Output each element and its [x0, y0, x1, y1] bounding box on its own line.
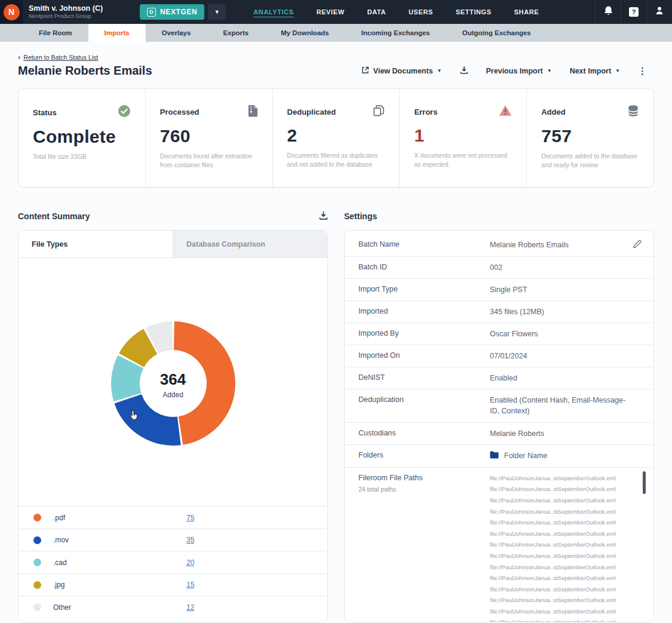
tab-file-room[interactable]: File Room: [23, 24, 88, 42]
settings-label: Imported: [345, 306, 490, 317]
page-title: Melanie Roberts Emails: [18, 64, 152, 78]
account-button[interactable]: [646, 0, 672, 24]
file-room-tab-bar: File RoomImportsOverlaysExportsMy Downlo…: [0, 24, 672, 42]
settings-value: Melanie Roberts: [490, 428, 544, 439]
settings-value: Oscar Flowers: [490, 329, 538, 339]
file-path: file://PaulJohnsonJanua..stSeptemberOutl…: [490, 573, 642, 584]
tab-my-downloads[interactable]: My Downloads: [265, 24, 345, 42]
stat-label: Status: [33, 108, 57, 117]
tab-exports[interactable]: Exports: [207, 24, 265, 42]
file-path: file://PaulJohnsonJanua..stSeptemberOutl…: [490, 539, 642, 551]
stat-label: Deduplicated: [287, 108, 336, 116]
copy-icon: [373, 105, 385, 119]
action-bar: View Documents ▼ Previous Import ▼ Next …: [361, 66, 654, 76]
folder-icon: [490, 451, 499, 462]
stat-description: Documents added to the database and read…: [541, 152, 639, 169]
legend-label: Other: [53, 603, 71, 612]
stat-value: Complete: [33, 127, 131, 147]
legend-row-Other: Other12: [19, 596, 327, 618]
donut-slice-pdf[interactable]: [173, 321, 235, 445]
topnav-settings[interactable]: SETTINGS: [456, 8, 492, 16]
legend-row-cad: .cad20: [19, 551, 327, 573]
settings-label: Batch ID: [345, 262, 490, 273]
tab-outgoing-exchanges[interactable]: Outgoing Exchanges: [446, 24, 547, 42]
file-types-legend: .pdf75.mov35.cad20.jpg15Other12: [19, 506, 327, 618]
file-path: file://PaulJohnsonJanua..stSeptemberOutl…: [490, 507, 642, 518]
download-button[interactable]: [460, 66, 468, 76]
file-path: file://PaulJohnsonJanua..stSeptemberOutl…: [490, 562, 642, 573]
legend-label: .pdf: [53, 514, 65, 522]
file-paths-list[interactable]: file://PaulJohnsonJanua..stSeptemberOutl…: [490, 473, 653, 623]
notifications-button[interactable]: [595, 0, 621, 24]
settings-row-batch-name: Batch NameMelanie Roberts Emails: [345, 234, 653, 256]
file-path: file://PaulJohnsonJanua..stSeptemberOutl…: [490, 595, 642, 606]
tab-imports[interactable]: Imports: [88, 24, 146, 42]
stat-value: 1: [414, 125, 512, 146]
legend-count-link[interactable]: 12: [186, 603, 194, 612]
nextgen-button[interactable]: D NEXTGEN: [140, 4, 204, 20]
stat-description: Documents found after extraction from co…: [160, 152, 258, 169]
settings-value: Single PST: [490, 284, 527, 295]
settings-value: Folder Name: [504, 450, 547, 461]
download-icon: [460, 66, 468, 76]
warning-icon: [499, 105, 512, 119]
view-documents-button[interactable]: View Documents ▼: [361, 66, 442, 76]
legend-count-link[interactable]: 35: [186, 536, 194, 544]
next-import-button[interactable]: Next Import ▼: [570, 67, 620, 75]
tab-file-types[interactable]: File Types: [19, 231, 173, 257]
nextpoint-logo[interactable]: N: [0, 0, 23, 24]
top-navigation: ANALYTICSREVIEWDATAUSERSSETTINGSSHARE: [253, 8, 539, 16]
previous-import-button[interactable]: Previous Import ▼: [486, 67, 552, 75]
more-options-button[interactable]: ⋮: [638, 66, 647, 76]
legend-label: .mov: [53, 536, 69, 544]
nextgen-dropdown-caret[interactable]: ▼: [208, 4, 226, 20]
edit-pencil-icon[interactable]: [633, 240, 642, 251]
donut-slice-mov[interactable]: [114, 394, 180, 446]
paths-count: 24 total paths: [358, 485, 490, 494]
scrollbar-thumb[interactable]: [643, 471, 646, 494]
content-summary-download-button[interactable]: [319, 211, 328, 222]
file-types-donut-chart[interactable]: 364 Added: [110, 320, 237, 449]
topnav-review[interactable]: REVIEW: [317, 8, 345, 16]
import-summary-card: StatusCompleteTotal file size 23GBProces…: [18, 88, 654, 188]
settings-value: 002: [490, 262, 502, 273]
file-path: file://PaulJohnsonJanua..stSeptemberOutl…: [490, 617, 642, 622]
file-path: file://PaulJohnsonJanua..stSeptemberOutl…: [490, 473, 642, 484]
legend-count-link[interactable]: 15: [186, 581, 194, 589]
nextgen-switcher: D NEXTGEN ▼: [140, 4, 226, 20]
tab-incoming-exchanges[interactable]: Incoming Exchanges: [345, 24, 446, 42]
settings-row-imported: Imported345 files (12MB): [345, 301, 653, 323]
chevron-down-icon: ▼: [437, 68, 442, 73]
back-to-batch-status-link[interactable]: Return to Batch Status List: [23, 54, 98, 61]
settings-row-imported-on: Imported On07/01/2024: [345, 345, 653, 367]
tab-overlays[interactable]: Overlays: [146, 24, 207, 42]
tab-database-comparison[interactable]: Database Comparison: [173, 231, 327, 257]
settings-label: DeNIST: [345, 373, 490, 383]
external-link-icon: [361, 66, 369, 76]
stat-added: Added757Documents added to the database …: [526, 89, 653, 187]
topnav-share[interactable]: SHARE: [514, 8, 539, 16]
legend-count-link[interactable]: 75: [186, 514, 194, 522]
settings-label: Folders: [345, 450, 490, 461]
database-icon: [627, 105, 639, 119]
top-bar: N Smith v. Johnson (C) Nextpoint Product…: [0, 0, 672, 24]
stat-errors: Errors1X documents were not processed as…: [399, 89, 526, 187]
legend-color-dot: [33, 514, 41, 521]
settings-row-import-type: Import TypeSingle PST: [345, 279, 653, 301]
top-icon-group: ?: [595, 0, 672, 24]
legend-color-dot: [33, 536, 41, 544]
donut-chart-svg[interactable]: [110, 320, 237, 447]
stat-label: Added: [541, 108, 565, 116]
file-path: file://PaulJohnsonJanua..stSeptemberOutl…: [490, 529, 642, 540]
settings-label: Imported By: [345, 329, 490, 339]
legend-count-link[interactable]: 20: [186, 558, 194, 567]
user-icon: [655, 6, 664, 18]
help-button[interactable]: ?: [621, 0, 646, 24]
settings-row-denist: DeNISTEnabled: [345, 367, 653, 389]
case-name: Smith v. Johnson (C): [29, 4, 103, 13]
topnav-users[interactable]: USERS: [409, 8, 433, 16]
topnav-data[interactable]: DATA: [367, 8, 386, 16]
topnav-analytics[interactable]: ANALYTICS: [253, 8, 293, 16]
stat-description: X documents were not processed as expect…: [414, 151, 512, 168]
file-path: file://PaulJohnsonJanua..stSeptemberOutl…: [490, 495, 642, 507]
